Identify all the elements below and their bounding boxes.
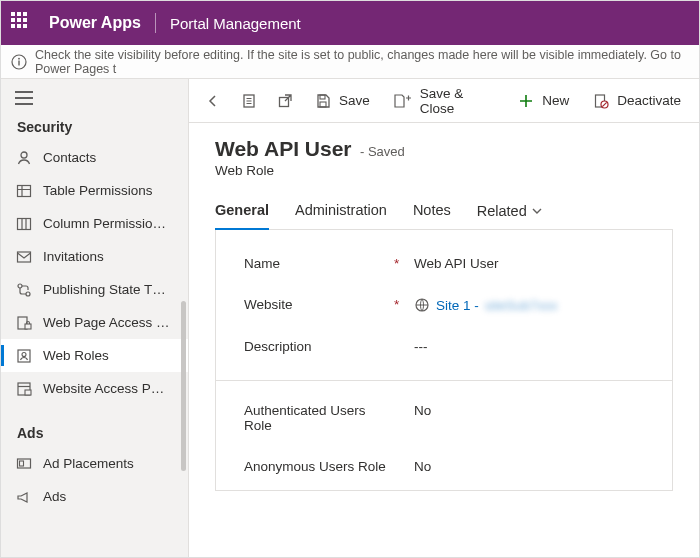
required-indicator: * [394, 256, 414, 271]
sidebar-item-web-page-access[interactable]: Web Page Access … [1, 306, 188, 339]
save-close-button[interactable]: Save & Close [382, 79, 506, 123]
field-value: --- [414, 339, 428, 354]
field-authenticated-users-role[interactable]: Authenticated Users Role No [244, 403, 644, 433]
svg-point-12 [22, 352, 26, 356]
divider [155, 13, 156, 33]
svg-rect-14 [25, 390, 31, 395]
svg-point-1 [18, 57, 20, 59]
columns-icon [15, 216, 33, 232]
sidebar-item-ads[interactable]: Ads [1, 480, 188, 513]
popout-icon [277, 93, 293, 109]
field-label: Name [244, 256, 394, 271]
sidebar-item-publishing-state[interactable]: Publishing State T… [1, 273, 188, 306]
sidebar-item-label: Ads [43, 489, 66, 504]
placement-icon [15, 456, 33, 472]
sidebar-item-label: Website Access P… [43, 381, 164, 396]
sidebar-item-label: Column Permissio… [43, 216, 166, 231]
field-value: No [414, 459, 431, 474]
field-description[interactable]: Description --- [244, 339, 644, 354]
tab-notes[interactable]: Notes [413, 196, 451, 229]
svg-point-8 [26, 292, 30, 296]
site-visibility-warning: Check the site visibility before editing… [1, 45, 699, 79]
svg-rect-10 [25, 324, 31, 329]
deactivate-label: Deactivate [617, 93, 681, 108]
app-name: Portal Management [170, 15, 301, 32]
role-icon [15, 348, 33, 364]
plus-icon [518, 93, 534, 109]
required-indicator: * [394, 297, 414, 312]
svg-rect-2 [18, 60, 19, 65]
info-icon [11, 54, 27, 70]
form-selector-button[interactable] [231, 79, 267, 123]
sidebar-item-label: Ad Placements [43, 456, 134, 471]
sidebar-item-contacts[interactable]: Contacts [1, 141, 188, 174]
website-link[interactable]: Site 1 - [436, 298, 479, 313]
sidebar-item-label: Contacts [43, 150, 96, 165]
form-content: Web API User - Saved Web Role General Ad… [189, 123, 699, 491]
envelope-icon [15, 249, 33, 265]
new-button[interactable]: New [506, 79, 581, 123]
form-icon [241, 93, 257, 109]
sidebar-item-label: Web Roles [43, 348, 109, 363]
chevron-down-icon [531, 205, 543, 217]
tab-general[interactable]: General [215, 196, 269, 230]
field-label: Description [244, 339, 394, 354]
sidebar-item-label: Invitations [43, 249, 104, 264]
sidebar-item-table-permissions[interactable]: Table Permissions [1, 174, 188, 207]
sidebar-item-column-permissions[interactable]: Column Permissio… [1, 207, 188, 240]
warning-text: Check the site visibility before editing… [35, 48, 689, 76]
svg-rect-5 [18, 218, 31, 229]
field-anonymous-users-role[interactable]: Anonymous Users Role No [244, 459, 644, 474]
nav-group-ads: Ads [1, 419, 188, 447]
sidebar-item-label: Table Permissions [43, 183, 153, 198]
command-bar: Save Save & Close New Deactivate [189, 79, 699, 123]
flow-icon [15, 282, 33, 298]
field-label: Website [244, 297, 394, 312]
tab-related[interactable]: Related [477, 196, 543, 229]
open-new-window-button[interactable] [267, 79, 303, 123]
svg-rect-6 [18, 252, 31, 262]
deactivate-button[interactable]: Deactivate [581, 79, 693, 123]
sidebar-item-label: Publishing State T… [43, 282, 166, 297]
sidebar-item-invitations[interactable]: Invitations [1, 240, 188, 273]
sidebar-item-web-roles[interactable]: Web Roles [1, 339, 188, 372]
deactivate-icon [593, 93, 609, 109]
tab-administration[interactable]: Administration [295, 196, 387, 229]
svg-rect-16 [20, 461, 24, 466]
person-icon [15, 150, 33, 166]
save-button[interactable]: Save [303, 79, 382, 123]
tab-related-label: Related [477, 203, 527, 219]
svg-rect-4 [18, 185, 31, 196]
app-launcher-icon[interactable] [11, 12, 33, 34]
global-header: Power Apps Portal Management [1, 1, 699, 45]
back-arrow-icon [205, 93, 221, 109]
entity-name: Web Role [215, 163, 673, 178]
section-divider [216, 380, 672, 381]
form-tabs: General Administration Notes Related [215, 196, 673, 230]
website-link-redacted: siteSub7xxx [485, 298, 558, 313]
sidebar-scrollbar[interactable] [181, 301, 186, 471]
save-label: Save [339, 93, 370, 108]
page-lock-icon [15, 315, 33, 331]
hamburger-icon[interactable] [1, 85, 188, 113]
sidebar-item-ad-placements[interactable]: Ad Placements [1, 447, 188, 480]
save-close-label: Save & Close [420, 86, 494, 116]
svg-rect-20 [320, 102, 326, 107]
field-label: Authenticated Users Role [244, 403, 394, 433]
record-title: Web API User [215, 137, 352, 160]
table-icon [15, 183, 33, 199]
back-button[interactable] [195, 79, 231, 123]
left-nav: Security Contacts Table Permissions Colu… [1, 79, 189, 557]
field-website[interactable]: Website * Site 1 - siteSub7xxx [244, 297, 644, 313]
general-section: Name * Web API User Website * Site 1 - s… [215, 230, 673, 491]
field-value: No [414, 403, 431, 418]
save-status: - Saved [360, 144, 405, 159]
main-area: Save Save & Close New Deactivate Web API… [189, 79, 699, 557]
field-value: Web API User [414, 256, 499, 271]
save-icon [315, 93, 331, 109]
globe-icon [414, 297, 430, 313]
sidebar-item-website-access[interactable]: Website Access P… [1, 372, 188, 405]
field-name[interactable]: Name * Web API User [244, 256, 644, 271]
svg-point-3 [21, 152, 27, 158]
megaphone-icon [15, 489, 33, 505]
